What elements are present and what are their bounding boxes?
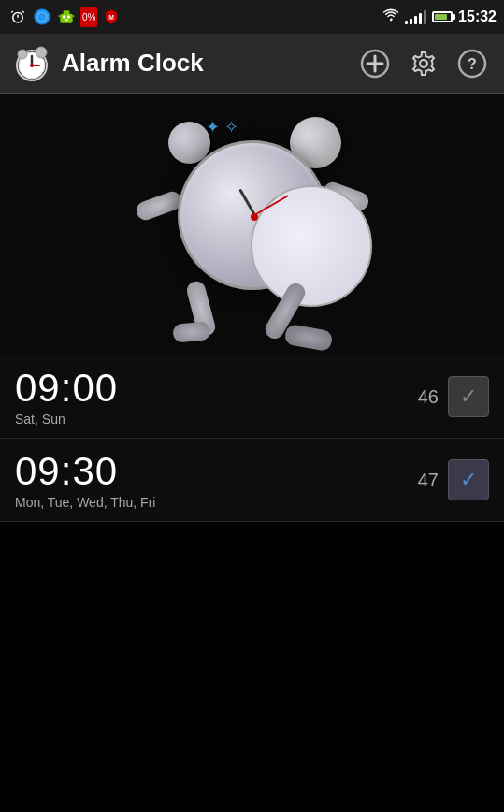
status-bar: 0% M <box>0 0 504 34</box>
alarm-item-right-1: 46 ✓ <box>418 376 489 417</box>
alarm-time-2: 09:30 <box>15 452 418 491</box>
alarm-item-left-2: 09:30 Mon, Tue, Wed, Thu, Fri <box>15 452 418 510</box>
svg-point-19 <box>18 50 27 59</box>
wifi-icon <box>382 8 399 25</box>
alarm-number-1: 46 <box>418 386 439 408</box>
alarm-list: 09:00 Sat, Sun 46 ✓ 09:30 Mon, Tue, Wed,… <box>0 355 504 522</box>
alarm-days-1: Sat, Sun <box>15 412 418 427</box>
svg-point-20 <box>36 47 47 58</box>
splash-effect: ✦ ✧ <box>206 117 238 138</box>
svg-point-24 <box>420 60 427 67</box>
arm-left <box>134 189 184 223</box>
percent-status-icon: 0% <box>80 7 97 27</box>
status-bar-left: 0% M <box>7 7 122 27</box>
clock-mascot: ✦ ✧ <box>122 112 383 337</box>
app-logo <box>11 43 52 84</box>
alarm-toggle-2[interactable]: ✓ <box>448 459 489 500</box>
header-left: Alarm Clock <box>11 43 204 84</box>
alarm-item-1[interactable]: 09:00 Sat, Sun 46 ✓ <box>0 355 504 439</box>
orb-status-icon <box>32 7 52 27</box>
alarm-days-2: Mon, Tue, Wed, Thu, Fri <box>15 495 418 510</box>
checkmark-1: ✓ <box>460 384 477 409</box>
svg-point-18 <box>30 64 34 67</box>
svg-text:?: ? <box>468 56 477 72</box>
alarm-status-icon <box>7 7 28 27</box>
foot-right <box>283 324 333 352</box>
svg-rect-6 <box>64 10 70 14</box>
svg-line-3 <box>22 11 24 13</box>
clock-image-area: ✦ ✧ <box>0 94 504 355</box>
mcafee-status-icon: M <box>101 7 122 27</box>
svg-point-13 <box>390 19 392 21</box>
foot-left <box>172 321 211 342</box>
svg-line-2 <box>11 11 13 13</box>
status-time: 15:32 <box>458 8 497 25</box>
clock-face <box>251 185 372 307</box>
alarm-item-right-2: 47 ✓ <box>418 459 489 500</box>
alarm-item-2[interactable]: 09:30 Mon, Tue, Wed, Thu, Fri 47 ✓ <box>0 439 504 522</box>
alarm-item-left-1: 09:00 Sat, Sun <box>15 369 418 427</box>
status-bar-right: 15:32 <box>382 8 497 25</box>
alarm-toggle-1[interactable]: ✓ <box>448 376 489 417</box>
alarm-number-2: 47 <box>418 470 439 491</box>
svg-rect-9 <box>65 20 67 22</box>
svg-point-7 <box>63 15 65 18</box>
svg-text:M: M <box>109 14 115 21</box>
svg-rect-5 <box>60 14 72 23</box>
alarm-time-1: 09:00 <box>15 369 418 408</box>
battery-icon <box>432 11 453 22</box>
svg-point-8 <box>67 15 70 18</box>
robot-status-icon <box>56 7 77 27</box>
app-header: Alarm Clock ? <box>0 34 504 94</box>
svg-point-4 <box>35 9 50 25</box>
help-button[interactable]: ? <box>452 43 493 84</box>
header-right: ? <box>354 43 493 84</box>
settings-button[interactable] <box>403 43 444 84</box>
clock-center <box>251 213 258 221</box>
app-title: Alarm Clock <box>62 49 204 78</box>
signal-bars-icon <box>405 9 426 24</box>
checkmark-2: ✓ <box>460 468 477 492</box>
add-alarm-button[interactable] <box>354 43 396 84</box>
